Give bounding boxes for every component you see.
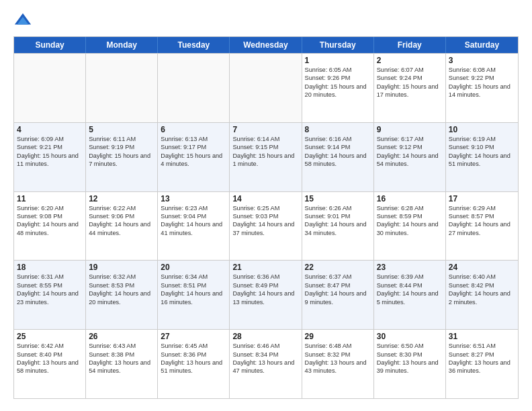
cal-cell-day-24: 24Sunrise: 6:40 AM Sunset: 8:42 PM Dayli… <box>446 261 518 329</box>
cal-cell-day-26: 26Sunrise: 6:43 AM Sunset: 8:38 PM Dayli… <box>86 330 158 398</box>
calendar-body: 1Sunrise: 6:05 AM Sunset: 9:26 PM Daylig… <box>14 53 518 398</box>
day-info-21: Sunrise: 6:36 AM Sunset: 8:49 PM Dayligh… <box>232 273 298 306</box>
cal-cell-day-31: 31Sunrise: 6:51 AM Sunset: 8:27 PM Dayli… <box>446 330 518 398</box>
day-number-27: 27 <box>161 332 226 341</box>
day-info-10: Sunrise: 6:19 AM Sunset: 9:10 PM Dayligh… <box>449 135 515 169</box>
day-number-22: 22 <box>305 263 371 272</box>
day-info-14: Sunrise: 6:25 AM Sunset: 9:03 PM Dayligh… <box>232 204 298 238</box>
day-info-31: Sunrise: 6:51 AM Sunset: 8:27 PM Dayligh… <box>449 342 515 375</box>
day-info-23: Sunrise: 6:39 AM Sunset: 8:44 PM Dayligh… <box>377 273 443 306</box>
day-number-2: 2 <box>377 56 443 65</box>
day-number-25: 25 <box>17 332 83 341</box>
cal-cell-day-4: 4Sunrise: 6:09 AM Sunset: 9:21 PM Daylig… <box>14 123 86 191</box>
day-number-20: 20 <box>161 263 226 272</box>
day-info-27: Sunrise: 6:45 AM Sunset: 8:36 PM Dayligh… <box>161 342 226 375</box>
day-info-6: Sunrise: 6:13 AM Sunset: 9:17 PM Dayligh… <box>161 135 226 169</box>
cal-header-thursday: Thursday <box>302 37 374 53</box>
day-info-5: Sunrise: 6:11 AM Sunset: 9:19 PM Dayligh… <box>89 135 154 169</box>
logo-icon <box>13 11 32 30</box>
cal-header-monday: Monday <box>86 37 158 53</box>
day-number-26: 26 <box>89 332 154 341</box>
day-number-24: 24 <box>449 263 515 272</box>
cal-cell-day-3: 3Sunrise: 6:08 AM Sunset: 9:22 PM Daylig… <box>446 54 518 122</box>
cal-header-sunday: Sunday <box>14 37 86 53</box>
day-info-3: Sunrise: 6:08 AM Sunset: 9:22 PM Dayligh… <box>449 66 515 99</box>
day-info-28: Sunrise: 6:46 AM Sunset: 8:34 PM Dayligh… <box>232 342 298 375</box>
cal-header-wednesday: Wednesday <box>230 37 302 53</box>
day-number-28: 28 <box>232 332 298 341</box>
day-info-22: Sunrise: 6:37 AM Sunset: 8:47 PM Dayligh… <box>305 273 371 306</box>
day-number-29: 29 <box>305 332 371 341</box>
day-info-12: Sunrise: 6:22 AM Sunset: 9:06 PM Dayligh… <box>89 204 154 238</box>
cal-cell-empty <box>86 54 158 122</box>
day-info-2: Sunrise: 6:07 AM Sunset: 9:24 PM Dayligh… <box>377 66 443 99</box>
cal-row-4: 18Sunrise: 6:31 AM Sunset: 8:55 PM Dayli… <box>14 260 518 329</box>
cal-header-tuesday: Tuesday <box>158 37 230 53</box>
cal-row-5: 25Sunrise: 6:42 AM Sunset: 8:40 PM Dayli… <box>14 329 518 398</box>
cal-cell-day-12: 12Sunrise: 6:22 AM Sunset: 9:06 PM Dayli… <box>86 192 158 261</box>
cal-cell-day-18: 18Sunrise: 6:31 AM Sunset: 8:55 PM Dayli… <box>14 261 86 329</box>
cal-cell-day-29: 29Sunrise: 6:48 AM Sunset: 8:32 PM Dayli… <box>302 330 374 398</box>
day-info-8: Sunrise: 6:16 AM Sunset: 9:14 PM Dayligh… <box>305 135 371 169</box>
cal-row-1: 1Sunrise: 6:05 AM Sunset: 9:26 PM Daylig… <box>14 53 518 122</box>
cal-cell-empty <box>230 54 302 122</box>
day-number-17: 17 <box>449 194 515 203</box>
day-number-16: 16 <box>377 194 443 203</box>
cal-header-saturday: Saturday <box>446 37 518 53</box>
cal-cell-day-25: 25Sunrise: 6:42 AM Sunset: 8:40 PM Dayli… <box>14 330 86 398</box>
cal-cell-day-11: 11Sunrise: 6:20 AM Sunset: 9:08 PM Dayli… <box>14 192 86 261</box>
day-number-21: 21 <box>232 263 298 272</box>
calendar-header-row: SundayMondayTuesdayWednesdayThursdayFrid… <box>14 37 518 53</box>
day-info-7: Sunrise: 6:14 AM Sunset: 9:15 PM Dayligh… <box>232 135 298 169</box>
day-number-9: 9 <box>377 125 443 134</box>
day-info-17: Sunrise: 6:29 AM Sunset: 8:57 PM Dayligh… <box>449 204 515 238</box>
day-number-13: 13 <box>161 194 226 203</box>
day-info-11: Sunrise: 6:20 AM Sunset: 9:08 PM Dayligh… <box>17 204 83 238</box>
day-info-1: Sunrise: 6:05 AM Sunset: 9:26 PM Dayligh… <box>305 66 371 99</box>
day-number-5: 5 <box>89 125 154 134</box>
cal-header-friday: Friday <box>374 37 446 53</box>
day-info-16: Sunrise: 6:28 AM Sunset: 8:59 PM Dayligh… <box>377 204 443 238</box>
day-info-18: Sunrise: 6:31 AM Sunset: 8:55 PM Dayligh… <box>17 273 83 306</box>
cal-cell-day-22: 22Sunrise: 6:37 AM Sunset: 8:47 PM Dayli… <box>302 261 374 329</box>
day-info-30: Sunrise: 6:50 AM Sunset: 8:30 PM Dayligh… <box>377 342 443 375</box>
cal-cell-day-15: 15Sunrise: 6:26 AM Sunset: 9:01 PM Dayli… <box>302 192 374 261</box>
cal-cell-day-23: 23Sunrise: 6:39 AM Sunset: 8:44 PM Dayli… <box>374 261 446 329</box>
cal-cell-day-10: 10Sunrise: 6:19 AM Sunset: 9:10 PM Dayli… <box>446 123 518 191</box>
cal-row-3: 11Sunrise: 6:20 AM Sunset: 9:08 PM Dayli… <box>14 191 518 261</box>
day-info-13: Sunrise: 6:23 AM Sunset: 9:04 PM Dayligh… <box>161 204 226 238</box>
day-number-7: 7 <box>232 125 298 134</box>
cal-cell-day-16: 16Sunrise: 6:28 AM Sunset: 8:59 PM Dayli… <box>374 192 446 261</box>
cal-cell-day-28: 28Sunrise: 6:46 AM Sunset: 8:34 PM Dayli… <box>230 330 302 398</box>
page: SundayMondayTuesdayWednesdayThursdayFrid… <box>0 0 532 411</box>
day-number-15: 15 <box>305 194 371 203</box>
day-info-9: Sunrise: 6:17 AM Sunset: 9:12 PM Dayligh… <box>377 135 443 169</box>
cal-cell-empty <box>14 54 86 122</box>
day-number-23: 23 <box>377 263 443 272</box>
cal-cell-day-8: 8Sunrise: 6:16 AM Sunset: 9:14 PM Daylig… <box>302 123 374 191</box>
day-number-11: 11 <box>17 194 83 203</box>
cal-cell-day-14: 14Sunrise: 6:25 AM Sunset: 9:03 PM Dayli… <box>230 192 302 261</box>
day-info-25: Sunrise: 6:42 AM Sunset: 8:40 PM Dayligh… <box>17 342 83 375</box>
cal-cell-day-7: 7Sunrise: 6:14 AM Sunset: 9:15 PM Daylig… <box>230 123 302 191</box>
cal-cell-empty <box>158 54 230 122</box>
cal-cell-day-6: 6Sunrise: 6:13 AM Sunset: 9:17 PM Daylig… <box>158 123 230 191</box>
day-info-19: Sunrise: 6:32 AM Sunset: 8:53 PM Dayligh… <box>89 273 154 306</box>
cal-cell-day-9: 9Sunrise: 6:17 AM Sunset: 9:12 PM Daylig… <box>374 123 446 191</box>
cal-cell-day-19: 19Sunrise: 6:32 AM Sunset: 8:53 PM Dayli… <box>86 261 158 329</box>
day-number-30: 30 <box>377 332 443 341</box>
day-info-24: Sunrise: 6:40 AM Sunset: 8:42 PM Dayligh… <box>449 273 515 306</box>
day-number-14: 14 <box>232 194 298 203</box>
day-info-15: Sunrise: 6:26 AM Sunset: 9:01 PM Dayligh… <box>305 204 371 238</box>
logo <box>13 11 35 30</box>
day-number-12: 12 <box>89 194 154 203</box>
day-number-3: 3 <box>449 56 515 65</box>
cal-cell-day-13: 13Sunrise: 6:23 AM Sunset: 9:04 PM Dayli… <box>158 192 230 261</box>
day-number-8: 8 <box>305 125 371 134</box>
cal-cell-day-2: 2Sunrise: 6:07 AM Sunset: 9:24 PM Daylig… <box>374 54 446 122</box>
day-info-26: Sunrise: 6:43 AM Sunset: 8:38 PM Dayligh… <box>89 342 154 375</box>
cal-row-2: 4Sunrise: 6:09 AM Sunset: 9:21 PM Daylig… <box>14 122 518 191</box>
day-info-29: Sunrise: 6:48 AM Sunset: 8:32 PM Dayligh… <box>305 342 371 375</box>
day-number-31: 31 <box>449 332 515 341</box>
cal-cell-day-1: 1Sunrise: 6:05 AM Sunset: 9:26 PM Daylig… <box>302 54 374 122</box>
